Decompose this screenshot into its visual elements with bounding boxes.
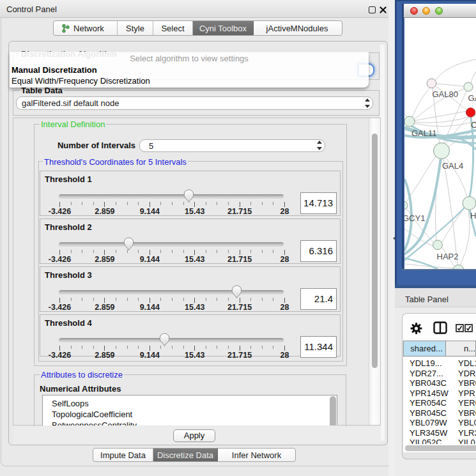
svg-text:GA.: GA. [468, 93, 476, 103]
svg-text:GAL11: GAL11 [411, 128, 437, 138]
svg-text:GAL80: GAL80 [433, 89, 458, 99]
svg-text:GCY1: GCY1 [404, 213, 425, 223]
svg-text:H: H [470, 211, 476, 220]
svg-text:C: C [471, 120, 476, 130]
svg-text:GAL4: GAL4 [442, 161, 463, 171]
svg-text:HAP2: HAP2 [437, 252, 459, 261]
